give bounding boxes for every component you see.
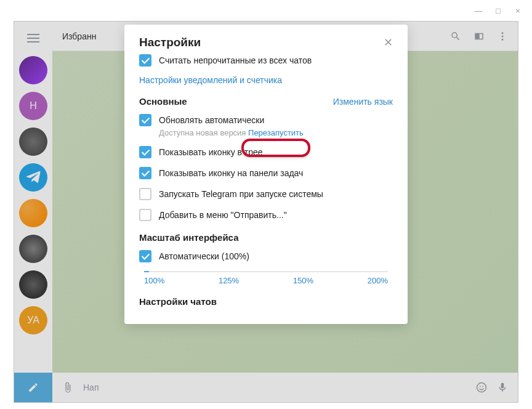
tray-icon-row: Показывать иконку в трее <box>139 146 393 158</box>
settings-modal: Настройки ✕ Считать непрочитанные из все… <box>124 25 408 324</box>
scale-auto-checkbox[interactable] <box>139 250 151 262</box>
add-sendto-label: Добавить в меню "Отправить..." <box>159 209 287 221</box>
chats-section: Настройки чатов <box>139 296 393 307</box>
auto-update-checkbox[interactable] <box>139 114 151 126</box>
add-sendto-checkbox[interactable] <box>139 209 151 221</box>
modal-header: Настройки ✕ <box>124 25 408 54</box>
modal-title: Настройки <box>139 36 201 49</box>
taskbar-icon-checkbox[interactable] <box>139 167 151 179</box>
window-titlebar: — □ × <box>0 0 532 21</box>
unread-from-all-row: Считать непрочитанные из всех чатов <box>139 54 393 67</box>
scale-section-title: Масштаб интерфейса <box>139 232 238 243</box>
scale-slider[interactable] <box>144 271 388 272</box>
close-icon[interactable]: ✕ <box>384 36 393 49</box>
window-maximize-button[interactable]: □ <box>494 6 502 15</box>
new-version-note: Доступна новая версия Перезапустить <box>159 128 304 137</box>
launch-startup-label: Запускать Telegram при запуске системы <box>159 188 323 200</box>
scale-marks: 100% 125% 150% 200% <box>139 276 393 285</box>
taskbar-icon-label: Показывать иконку на панели задач <box>159 167 303 179</box>
window-close-button[interactable]: × <box>514 6 522 15</box>
modal-overlay: Настройки ✕ Считать непрочитанные из все… <box>14 21 518 403</box>
scale-section: Масштаб интерфейса Автоматически (100%) … <box>139 232 393 285</box>
modal-body[interactable]: Считать непрочитанные из всех чатов Наст… <box>124 54 408 324</box>
scale-auto-label: Автоматически (100%) <box>159 250 249 262</box>
launch-startup-checkbox[interactable] <box>139 188 151 200</box>
chats-section-title: Настройки чатов <box>139 296 217 307</box>
notification-settings-link[interactable]: Настройки уведомлений и счетчика <box>139 75 393 85</box>
add-sendto-row: Добавить в меню "Отправить..." <box>139 209 393 221</box>
scale-auto-row: Автоматически (100%) <box>139 250 393 262</box>
scale-mark[interactable]: 100% <box>144 276 164 285</box>
scale-mark[interactable]: 150% <box>293 276 313 285</box>
unread-from-all-checkbox[interactable] <box>139 54 151 67</box>
launch-startup-row: Запускать Telegram при запуске системы <box>139 188 393 200</box>
basic-section: Основные Изменить язык Обновлять автомат… <box>139 96 393 221</box>
restart-link[interactable]: Перезапустить <box>248 128 304 137</box>
scale-mark[interactable]: 200% <box>368 276 388 285</box>
scale-mark[interactable]: 125% <box>219 276 239 285</box>
tray-icon-label: Показывать иконку в трее <box>159 146 263 158</box>
tray-icon-checkbox[interactable] <box>139 146 151 158</box>
window-minimize-button[interactable]: — <box>474 6 483 15</box>
auto-update-label: Обновлять автоматически <box>159 114 304 126</box>
taskbar-icon-row: Показывать иконку на панели задач <box>139 167 393 179</box>
auto-update-row: Обновлять автоматически Доступна новая в… <box>139 114 393 137</box>
unread-from-all-label: Считать непрочитанные из всех чатов <box>159 54 312 67</box>
basic-section-title: Основные <box>139 96 187 107</box>
change-language-link[interactable]: Изменить язык <box>333 97 393 107</box>
